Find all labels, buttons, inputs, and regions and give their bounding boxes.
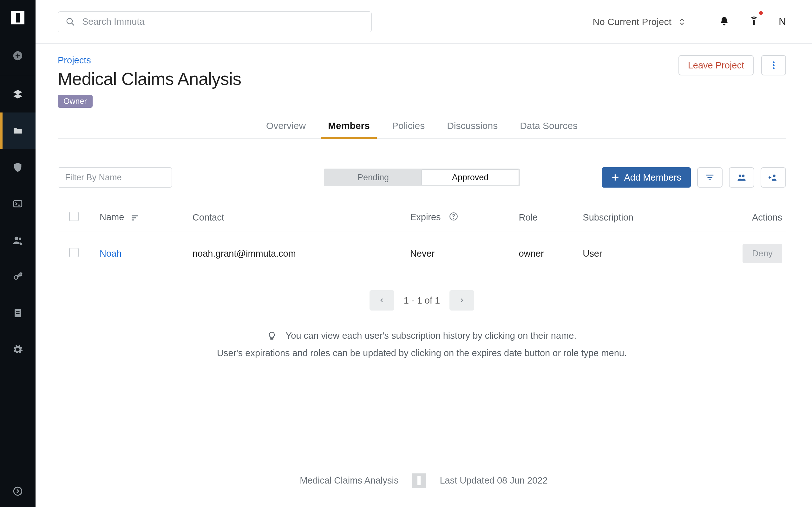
filter-button[interactable]: [697, 167, 722, 187]
topbar: No Current Project N: [36, 0, 812, 44]
sidebar-add[interactable]: [0, 36, 36, 76]
shield-icon: [12, 162, 23, 173]
sidebar-item-projects[interactable]: [0, 112, 36, 149]
page-next[interactable]: [450, 290, 474, 311]
footer-updated: Last Updated 08 Jun 2022: [440, 475, 548, 486]
svg-point-10: [14, 487, 22, 495]
svg-point-15: [773, 64, 774, 66]
search-input[interactable]: [82, 16, 364, 27]
tab-members[interactable]: Members: [327, 120, 371, 138]
svg-rect-29: [132, 219, 135, 220]
member-role[interactable]: owner: [519, 248, 544, 259]
current-project-label: No Current Project: [593, 16, 671, 27]
segment-pending[interactable]: Pending: [325, 170, 421, 185]
pagination: 1 - 1 of 1: [58, 290, 786, 311]
page-status: 1 - 1 of 1: [404, 295, 440, 306]
groups-button[interactable]: [729, 167, 754, 187]
svg-point-23: [742, 175, 745, 177]
footer-project-name: Medical Claims Analysis: [300, 475, 398, 486]
svg-point-31: [453, 218, 454, 219]
filter-by-name-input[interactable]: [58, 167, 172, 187]
svg-line-12: [72, 23, 74, 25]
sidebar-item-keys[interactable]: [0, 258, 36, 295]
member-name-link[interactable]: Noah: [100, 248, 121, 259]
svg-point-14: [773, 61, 774, 63]
gear-icon: [12, 344, 23, 355]
svg-point-16: [773, 67, 774, 69]
col-name[interactable]: Name: [100, 212, 124, 222]
col-role[interactable]: Role: [519, 212, 538, 222]
footer-logo: [412, 473, 426, 488]
beacon-icon: [749, 16, 759, 26]
col-expires[interactable]: Expires: [410, 212, 441, 222]
page-header: Projects Medical Claims Analysis Owner L…: [36, 44, 812, 139]
sidebar-item-data[interactable]: [0, 76, 36, 112]
tab-data-sources[interactable]: Data Sources: [519, 120, 579, 138]
global-search[interactable]: [58, 11, 372, 32]
kebab-icon: [772, 61, 775, 70]
svg-point-24: [773, 175, 775, 177]
project-tabs: Overview Members Policies Discussions Da…: [58, 120, 786, 139]
svg-rect-26: [768, 177, 771, 178]
page-prev[interactable]: [369, 290, 394, 311]
member-subscription: User: [583, 248, 602, 259]
svg-point-22: [739, 175, 742, 177]
select-all-checkbox[interactable]: [69, 212, 79, 221]
app-logo[interactable]: [0, 0, 36, 36]
chevron-right-icon: [459, 297, 465, 303]
help-icon[interactable]: [449, 212, 458, 223]
plus-circle-icon: [12, 50, 23, 61]
help-beacon-button[interactable]: [749, 16, 759, 27]
add-group-button[interactable]: [761, 167, 786, 187]
segment-approved[interactable]: Approved: [421, 170, 519, 185]
sidebar-item-console[interactable]: [0, 185, 36, 222]
svg-point-5: [19, 237, 21, 240]
sidebar-item-policies[interactable]: [0, 149, 36, 185]
col-contact[interactable]: Contact: [193, 212, 224, 222]
breadcrumb-projects[interactable]: Projects: [58, 55, 91, 66]
svg-rect-2: [15, 55, 20, 56]
people-icon: [12, 235, 23, 245]
unfold-icon: [678, 18, 686, 26]
key-icon: [12, 271, 23, 282]
notifications-button[interactable]: [719, 16, 729, 27]
bell-icon: [719, 16, 729, 26]
deny-button: Deny: [743, 244, 782, 263]
people-icon: [737, 173, 746, 182]
svg-rect-21: [709, 179, 711, 180]
search-icon: [66, 17, 75, 26]
more-actions-button[interactable]: [761, 55, 786, 75]
col-actions: Actions: [752, 212, 782, 222]
row-checkbox[interactable]: [69, 248, 79, 257]
folder-icon: [12, 125, 23, 136]
layers-icon: [12, 89, 23, 100]
tab-policies[interactable]: Policies: [391, 120, 426, 138]
svg-point-11: [67, 18, 72, 24]
add-members-label: Add Members: [624, 172, 681, 183]
hint-text: You can view each user's subscription hi…: [58, 327, 786, 362]
col-subscription[interactable]: Subscription: [583, 212, 633, 222]
status-segmented-control: Pending Approved: [324, 169, 520, 186]
sort-icon: [131, 213, 139, 223]
project-switcher[interactable]: No Current Project: [593, 16, 686, 27]
main-content: No Current Project N Projects Medical Cl…: [36, 0, 812, 507]
tab-overview[interactable]: Overview: [265, 120, 307, 138]
leave-project-button[interactable]: Leave Project: [678, 55, 754, 75]
sidebar-item-settings[interactable]: [0, 331, 36, 368]
page-footer: Medical Claims Analysis Last Updated 08 …: [36, 454, 812, 507]
notification-dot: [759, 11, 763, 15]
sidebar-item-reports[interactable]: [0, 295, 36, 331]
sidebar-collapse[interactable]: [0, 475, 36, 507]
add-members-button[interactable]: Add Members: [602, 167, 691, 187]
user-avatar[interactable]: N: [779, 16, 786, 27]
svg-rect-8: [16, 311, 19, 312]
plus-icon: [611, 173, 619, 181]
svg-rect-20: [708, 177, 712, 178]
svg-rect-3: [14, 201, 22, 207]
svg-rect-13: [753, 20, 755, 25]
sidebar-item-people[interactable]: [0, 222, 36, 258]
member-expires[interactable]: Never: [410, 248, 435, 259]
member-contact: noah.grant@immuta.com: [193, 248, 296, 259]
svg-point-4: [14, 236, 18, 240]
tab-discussions[interactable]: Discussions: [446, 120, 499, 138]
